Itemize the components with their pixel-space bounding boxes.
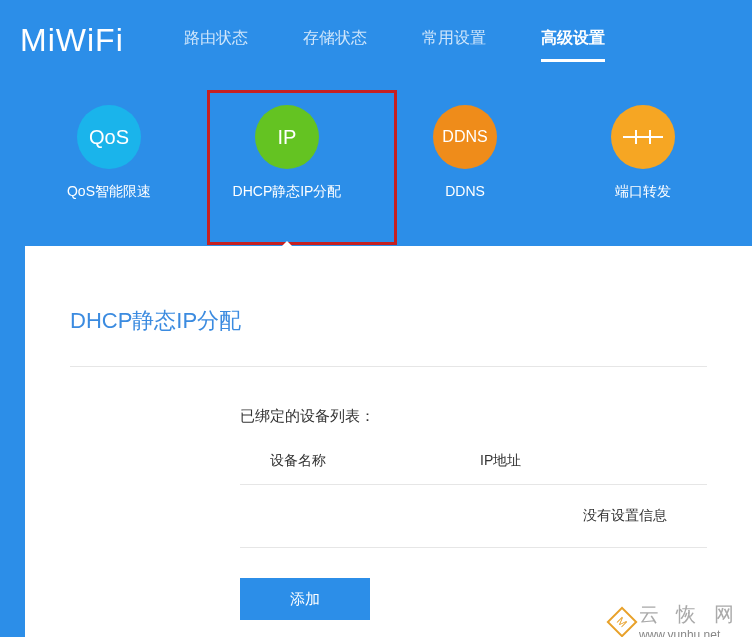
- col-device-name: 设备名称: [240, 452, 480, 470]
- feature-label: QoS智能限速: [67, 183, 151, 201]
- feature-row: QoS QoS智能限速 IP DHCP静态IP分配 DDNS DDNS 端口转发: [0, 80, 752, 246]
- col-ip-address: IP地址: [480, 452, 707, 470]
- feature-label: DDNS: [445, 183, 485, 199]
- feature-ddns[interactable]: DDNS DDNS: [395, 105, 535, 201]
- nav-router-status[interactable]: 路由状态: [184, 18, 248, 62]
- app-logo: MiWiFi: [20, 22, 124, 59]
- watermark-url: www.yunhu.net: [639, 628, 720, 637]
- ip-icon: IP: [255, 105, 319, 169]
- feature-qos[interactable]: QoS QoS智能限速: [39, 105, 179, 201]
- feature-label: 端口转发: [615, 183, 671, 201]
- panel-title: DHCP静态IP分配: [70, 306, 707, 336]
- watermark: M 云 恢 网 www.yunhu.net: [611, 601, 740, 637]
- table-header: 设备名称 IP地址: [240, 446, 707, 485]
- port-forward-icon: [611, 105, 675, 169]
- nav-storage-status[interactable]: 存储状态: [303, 18, 367, 62]
- divider: [70, 366, 707, 367]
- empty-state-text: 没有设置信息: [240, 485, 707, 548]
- content-panel: DHCP静态IP分配 已绑定的设备列表： 设备名称 IP地址 没有设置信息 添加…: [25, 246, 752, 637]
- watermark-text: 云 恢 网: [639, 603, 740, 625]
- nav-common-settings[interactable]: 常用设置: [422, 18, 486, 62]
- ddns-icon: DDNS: [433, 105, 497, 169]
- watermark-badge-icon: M: [606, 606, 637, 637]
- add-button[interactable]: 添加: [240, 578, 370, 620]
- bound-devices-label: 已绑定的设备列表：: [240, 407, 707, 426]
- top-nav: 路由状态 存储状态 常用设置 高级设置: [184, 18, 605, 62]
- feature-dhcp-static-ip[interactable]: IP DHCP静态IP分配: [217, 105, 357, 201]
- nav-advanced-settings[interactable]: 高级设置: [541, 18, 605, 62]
- qos-icon: QoS: [77, 105, 141, 169]
- feature-port-forward[interactable]: 端口转发: [573, 105, 713, 201]
- feature-label: DHCP静态IP分配: [233, 183, 342, 201]
